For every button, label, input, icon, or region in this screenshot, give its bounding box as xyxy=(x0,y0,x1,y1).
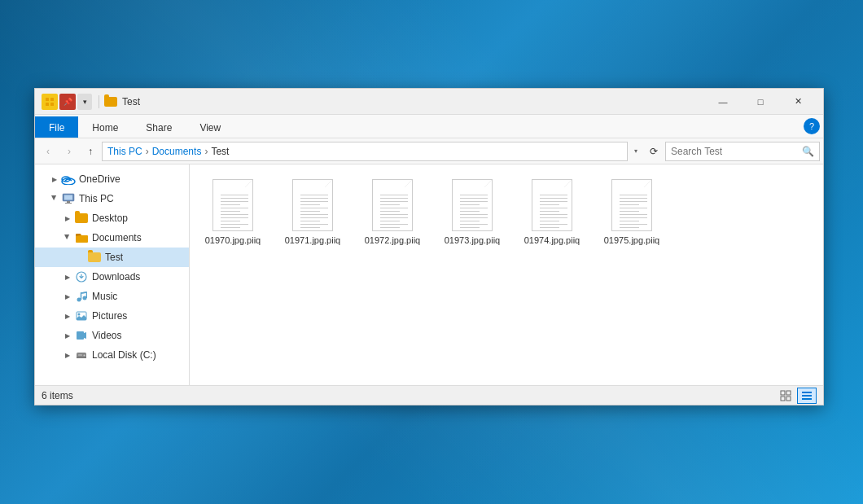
window-title: Test xyxy=(122,96,704,107)
svg-rect-10 xyxy=(76,235,88,243)
sidebar-item-downloads[interactable]: ▶ Downloads xyxy=(35,267,189,287)
svg-rect-0 xyxy=(46,98,49,101)
ribbon-tabs: File Home Share View ? xyxy=(35,115,823,138)
sidebar-item-music[interactable]: ▶ Music xyxy=(35,287,189,306)
svg-rect-17 xyxy=(77,331,84,340)
minimize-button[interactable]: — xyxy=(704,89,742,115)
pictures-icon xyxy=(74,309,89,322)
qaccess-dropdown[interactable]: ▾ xyxy=(77,94,92,110)
breadcrumb-sep-2: › xyxy=(204,146,208,157)
sidebar: ▶ OneDrive ▶ xyxy=(35,164,190,385)
sidebar-label-music: Music xyxy=(92,291,117,302)
close-button[interactable]: ✕ xyxy=(779,89,817,115)
file-item[interactable]: 01970.jpg.piiq xyxy=(196,171,269,251)
tab-home[interactable]: Home xyxy=(78,116,132,138)
svg-point-16 xyxy=(78,313,81,316)
file-item[interactable]: 01974.jpg.piiq xyxy=(515,171,589,251)
documents-folder-icon xyxy=(74,231,89,244)
sidebar-item-localdisk[interactable]: ▶ Local Disk (C:) xyxy=(35,345,189,365)
expand-arrow-localdisk[interactable]: ▶ xyxy=(61,348,74,362)
status-item-count: 6 items xyxy=(42,390,776,401)
expand-arrow-desktop[interactable]: ▶ xyxy=(61,212,74,225)
sidebar-label-pictures: Pictures xyxy=(92,310,127,322)
up-button[interactable]: ↑ xyxy=(81,142,100,161)
back-button[interactable]: ‹ xyxy=(38,142,58,161)
breadcrumb[interactable]: This PC › Documents › Test xyxy=(102,142,628,161)
breadcrumb-dropdown[interactable]: ▾ xyxy=(629,142,642,161)
file-label: 01975.jpg.piiq xyxy=(604,234,660,246)
sidebar-label-desktop: Desktop xyxy=(92,213,128,224)
videos-icon xyxy=(74,329,89,342)
help-button[interactable]: ? xyxy=(804,118,820,134)
file-label: 01974.jpg.piiq xyxy=(524,234,580,246)
file-item[interactable]: 01972.jpg.piiq xyxy=(356,171,429,251)
localdisk-icon xyxy=(74,348,89,362)
maximize-button[interactable]: □ xyxy=(742,89,779,115)
file-item[interactable]: 01971.jpg.piiq xyxy=(276,171,349,251)
sidebar-item-videos[interactable]: ▶ Videos xyxy=(35,326,189,345)
expand-arrow-downloads[interactable]: ▶ xyxy=(61,270,74,283)
address-bar: ‹ › ↑ This PC › Documents › Test ▾ ⟳ 🔍 xyxy=(35,138,823,164)
svg-rect-2 xyxy=(46,103,49,106)
test-folder-icon xyxy=(87,251,102,264)
file-view: 01970.jpg.piiq 0 xyxy=(190,164,823,385)
expand-arrow-documents[interactable]: ▶ xyxy=(61,230,74,243)
file-item[interactable]: 01975.jpg.piiq xyxy=(595,171,668,251)
search-input[interactable] xyxy=(671,146,802,157)
search-box[interactable]: 🔍 xyxy=(665,142,820,161)
sidebar-label-thispc: This PC xyxy=(79,193,114,204)
quick-access-btn-1[interactable] xyxy=(42,94,58,110)
downloads-icon xyxy=(74,270,89,283)
expand-arrow-onedrive[interactable]: ▶ xyxy=(48,173,61,186)
search-icon: 🔍 xyxy=(802,146,814,157)
breadcrumb-thispc[interactable]: This PC xyxy=(107,146,142,157)
expand-arrow-pictures[interactable]: ▶ xyxy=(61,309,74,322)
title-bar: 📌 ▾ Test — □ ✕ xyxy=(35,89,823,115)
sidebar-label-localdisk: Local Disk (C:) xyxy=(92,349,156,361)
folder-icon-title xyxy=(104,95,117,108)
grid-view-button[interactable] xyxy=(776,388,795,404)
svg-rect-22 xyxy=(781,391,785,395)
pin-btn[interactable]: 📌 xyxy=(59,94,76,110)
expand-arrow-videos[interactable]: ▶ xyxy=(61,329,74,342)
breadcrumb-sep-1: › xyxy=(146,146,149,157)
file-item[interactable]: 01973.jpg.piiq xyxy=(436,171,509,251)
svg-rect-27 xyxy=(802,395,812,397)
sidebar-item-pictures[interactable]: ▶ Pictures xyxy=(35,306,189,326)
svg-point-19 xyxy=(84,354,85,356)
svg-rect-8 xyxy=(67,201,70,203)
view-buttons xyxy=(776,388,817,404)
expand-arrow-thispc[interactable]: ▶ xyxy=(48,191,61,204)
file-label: 01970.jpg.piiq xyxy=(205,234,261,246)
svg-rect-3 xyxy=(50,103,54,106)
expand-arrow-music[interactable]: ▶ xyxy=(61,290,74,303)
file-label: 01972.jpg.piiq xyxy=(365,234,421,246)
refresh-button[interactable]: ⟳ xyxy=(644,142,664,161)
sidebar-item-documents[interactable]: ▶ Documents xyxy=(35,228,189,248)
svg-rect-26 xyxy=(802,392,812,393)
sidebar-item-thispc[interactable]: ▶ This PC xyxy=(35,189,189,208)
sidebar-label-videos: Videos xyxy=(92,330,121,341)
onedrive-icon xyxy=(61,173,76,186)
sidebar-label-test: Test xyxy=(105,252,123,263)
forward-button[interactable]: › xyxy=(59,142,79,161)
tab-share[interactable]: Share xyxy=(132,116,186,138)
content-area: ▶ OneDrive ▶ xyxy=(35,164,823,385)
thispc-icon xyxy=(61,192,76,205)
breadcrumb-documents[interactable]: Documents xyxy=(152,146,202,157)
tab-view[interactable]: View xyxy=(186,116,234,138)
sidebar-item-onedrive[interactable]: ▶ OneDrive xyxy=(35,169,189,189)
svg-rect-9 xyxy=(65,203,72,204)
music-icon xyxy=(74,290,89,303)
list-view-button[interactable] xyxy=(797,388,817,404)
file-icon xyxy=(290,176,335,231)
svg-rect-28 xyxy=(802,398,812,400)
file-icon xyxy=(609,176,655,231)
explorer-window: 📌 ▾ Test — □ ✕ File Home Share View ? ‹ … xyxy=(34,88,824,405)
sidebar-label-downloads: Downloads xyxy=(92,271,140,283)
svg-line-14 xyxy=(81,292,87,293)
sidebar-item-test[interactable]: ▶ Test xyxy=(35,248,189,267)
tab-file[interactable]: File xyxy=(35,116,78,138)
sidebar-item-desktop[interactable]: ▶ Desktop xyxy=(35,208,189,228)
sidebar-label-documents: Documents xyxy=(92,232,142,243)
